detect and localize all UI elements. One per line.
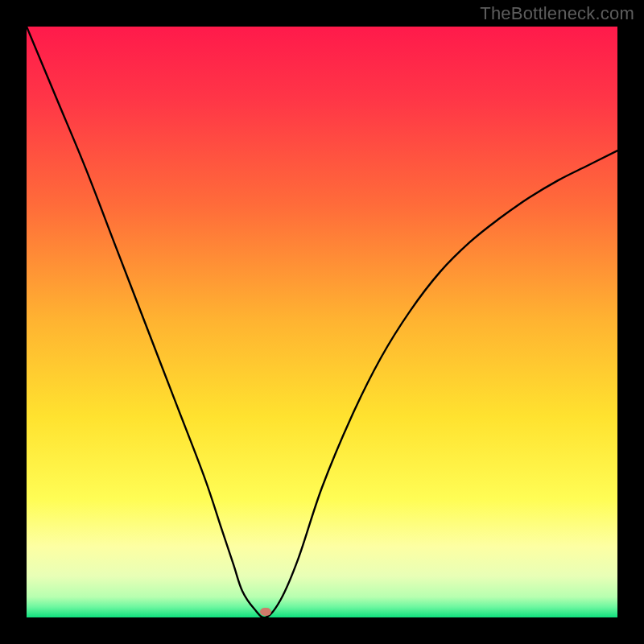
watermark-text: TheBottleneck.com [480,3,634,24]
optimum-marker [260,608,271,616]
chart-frame: TheBottleneck.com [0,0,644,644]
plot-area [27,27,617,617]
bottleneck-curve [27,27,617,617]
